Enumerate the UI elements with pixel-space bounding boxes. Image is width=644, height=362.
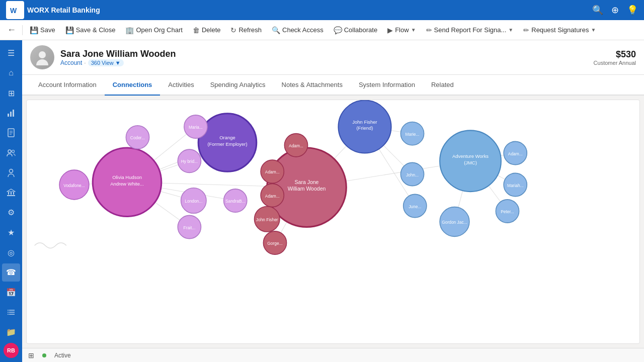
record-header-amount: $530 Customer Annual [594, 49, 636, 66]
check-access-icon: 🔍 [272, 26, 280, 34]
svg-text:(JMC): (JMC) [464, 160, 477, 165]
refresh-button[interactable]: ↻ Refresh [226, 24, 266, 36]
flow-button[interactable]: ▶ Flow ▼ [383, 24, 420, 36]
refresh-icon: ↻ [230, 26, 236, 34]
tab-navigation: Account Information Connections Activiti… [22, 75, 644, 96]
top-bar-actions: 🔍 ⊕ 💡 [592, 5, 638, 16]
svg-text:Adam...: Adam... [289, 143, 303, 148]
user-avatar-badge[interactable]: RB [4, 343, 19, 358]
main-layout: ☰ ⌂ ⊞ [0, 40, 644, 362]
sidebar-item-document[interactable] [2, 124, 20, 142]
tab-connections[interactable]: Connections [105, 75, 160, 96]
sidebar-item-folder[interactable]: 📁 [2, 323, 20, 341]
tab-related[interactable]: Related [423, 75, 462, 96]
sidebar-item-home[interactable]: ⌂ [2, 64, 20, 82]
status-text: Active [54, 352, 71, 359]
left-sidebar: ☰ ⌂ ⊞ [0, 40, 22, 362]
svg-text:London...: London... [185, 199, 202, 204]
avatar-placeholder [30, 45, 54, 69]
svg-text:Adam...: Adam... [265, 194, 280, 199]
svg-text:John Fisher: John Fisher [256, 217, 278, 222]
record-info: Sara Jone William Wooden Account · 360 V… [60, 49, 176, 66]
send-report-button[interactable]: ✏ Send Report For Signa... ▼ [422, 24, 518, 36]
flow-dropdown-arrow: ▼ [411, 27, 416, 33]
main-content-area: Sara Jone William Wooden Account · 360 V… [22, 40, 644, 362]
sidebar-item-target[interactable]: ◎ [2, 243, 20, 261]
grid-icon[interactable]: ⊞ [28, 351, 34, 359]
svg-point-8 [8, 150, 11, 153]
logo-text-block: WORX Retail Banking [27, 6, 100, 14]
svg-text:Coder...: Coder... [130, 135, 145, 140]
svg-text:Peter...: Peter... [501, 209, 514, 214]
status-bar: ⊞ Active [22, 348, 644, 362]
svg-text:Gorge...: Gorge... [267, 241, 282, 246]
help-icon[interactable]: 💡 [627, 5, 638, 16]
svg-point-20 [8, 312, 9, 313]
sidebar-item-bank[interactable] [2, 184, 20, 202]
svg-point-9 [12, 150, 15, 152]
send-report-dropdown: ▼ [508, 27, 513, 33]
svg-text:Olivia Hudson: Olivia Hudson [112, 174, 142, 180]
sidebar-item-calendar[interactable]: 📅 [2, 284, 20, 302]
svg-text:SandraB...: SandraB... [225, 199, 246, 204]
svg-text:Adam...: Adam... [508, 151, 523, 156]
svg-text:William Wooden: William Wooden [288, 186, 326, 192]
svg-text:Orange: Orange [219, 135, 235, 140]
svg-text:Gordon Jac...: Gordon Jac... [442, 220, 467, 225]
save-close-icon: 💾 [65, 26, 74, 34]
compass-icon[interactable]: ⊕ [611, 5, 619, 16]
back-button[interactable]: ← [4, 23, 19, 37]
delete-button[interactable]: 🗑 Delete [189, 24, 225, 36]
request-signatures-button[interactable]: ✏ Request Signatures ▼ [519, 24, 600, 36]
breadcrumb-separator: · [84, 59, 86, 66]
collaborate-button[interactable]: 💬 Collaborate [330, 24, 382, 36]
svg-point-21 [8, 314, 9, 315]
top-navigation-bar: W WORX Retail Banking 🔍 ⊕ 💡 [0, 0, 644, 20]
sidebar-item-chart[interactable] [2, 104, 20, 122]
sidebar-item-person[interactable] [2, 164, 20, 182]
svg-rect-3 [13, 110, 14, 117]
search-icon[interactable]: 🔍 [592, 5, 603, 16]
save-close-button[interactable]: 💾 Save & Close [61, 24, 120, 36]
customer-amount-label: Customer Annual [594, 60, 636, 66]
svg-text:Adventure Works: Adventure Works [452, 153, 489, 159]
save-button[interactable]: 💾 Save [26, 24, 59, 36]
view-badge[interactable]: 360 View ▼ [88, 59, 124, 66]
svg-rect-13 [11, 192, 12, 195]
svg-rect-1 [8, 114, 9, 117]
avatar [30, 45, 54, 69]
tab-spending-analytics[interactable]: Spending Analytics [202, 75, 274, 96]
tab-account-information[interactable]: Account Information [30, 75, 105, 96]
sidebar-item-list[interactable] [2, 303, 20, 321]
network-graph[interactable]: Sara Jone William Wooden Olivia Hudson A… [27, 100, 639, 343]
sidebar-item-phone[interactable]: ☎ [2, 263, 20, 282]
svg-text:(Friend): (Friend) [356, 125, 373, 131]
sidebar-item-grid[interactable]: ⊞ [2, 84, 20, 102]
sidebar-item-menu[interactable]: ☰ [2, 44, 20, 62]
record-name: Sara Jone William Wooden [60, 49, 176, 59]
tab-notes-attachments[interactable]: Notes & Attachments [274, 75, 351, 96]
request-sig-dropdown: ▼ [591, 27, 596, 33]
svg-text:Adam...: Adam... [265, 169, 280, 174]
breadcrumb: Account · 360 View ▼ [60, 59, 176, 66]
view-badge-arrow: ▼ [115, 60, 121, 66]
customer-amount: $530 [594, 49, 636, 60]
tab-system-information[interactable]: System Information [351, 75, 423, 96]
svg-rect-14 [13, 192, 14, 195]
flow-icon: ▶ [387, 26, 393, 34]
tab-activities[interactable]: Activities [160, 75, 202, 96]
svg-text:Vodafone...: Vodafone... [63, 183, 85, 188]
sidebar-item-users[interactable] [2, 144, 20, 162]
check-access-button[interactable]: 🔍 Check Access [268, 24, 328, 36]
save-icon: 💾 [30, 26, 38, 34]
org-chart-button[interactable]: 🏢 Open Org Chart [121, 24, 187, 36]
sidebar-item-star[interactable]: ★ [2, 224, 20, 242]
collaborate-icon: 💬 [334, 26, 342, 34]
sidebar-item-settings[interactable]: ⚙ [2, 204, 20, 222]
logo-container: W WORX Retail Banking [6, 1, 100, 19]
request-sig-icon: ✏ [523, 26, 529, 34]
svg-text:John...: John... [406, 172, 419, 177]
svg-text:Frait...: Frait... [184, 225, 196, 230]
breadcrumb-link[interactable]: Account [60, 59, 82, 66]
svg-text:Mariah...: Mariah... [507, 183, 524, 188]
